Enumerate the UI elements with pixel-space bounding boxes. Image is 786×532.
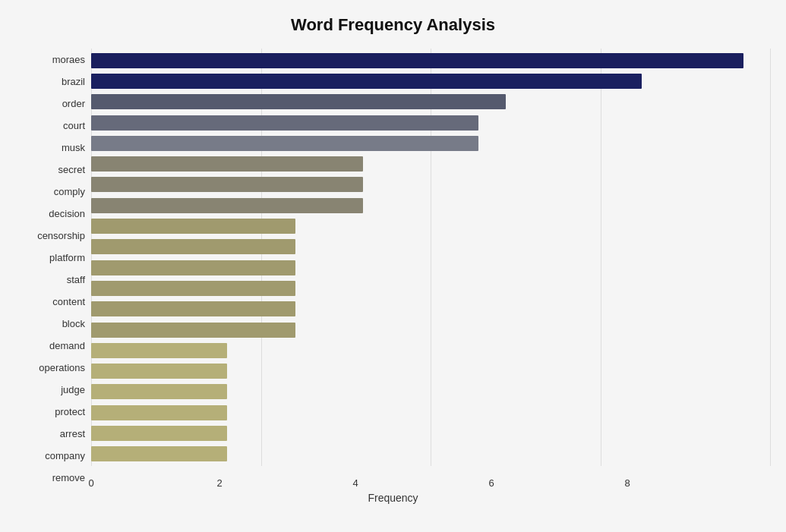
bar [91, 156, 363, 172]
chart-container: Word Frequency Analysis moraesbrazilorde… [0, 0, 786, 532]
bar [91, 260, 295, 275]
y-label: decision [15, 209, 85, 219]
y-label: comply [15, 187, 85, 197]
y-label: demand [15, 341, 85, 351]
y-label: brazil [15, 77, 85, 87]
bar [91, 198, 363, 213]
bars-wrapper [91, 49, 771, 466]
bar [91, 115, 478, 131]
y-label: arrest [15, 429, 85, 439]
bar [91, 136, 478, 151]
plot-area: 02468 [91, 49, 771, 489]
bar-row [91, 320, 771, 340]
x-tick-label: 4 [348, 477, 363, 489]
bar [91, 239, 295, 254]
bar-row [91, 403, 771, 423]
y-label: censorship [15, 231, 85, 241]
chart-title: Word Frequency Analysis [15, 15, 771, 35]
bar [91, 301, 295, 316]
y-label: operations [15, 363, 85, 373]
y-label: judge [15, 385, 85, 395]
y-label: order [15, 99, 85, 109]
bar [91, 177, 363, 192]
bar-row [91, 175, 771, 194]
bar-row [91, 279, 771, 298]
bar-row [91, 423, 771, 443]
bar [91, 323, 295, 338]
bar [91, 281, 295, 296]
y-label: staff [15, 275, 85, 285]
x-tick-label: 0 [84, 477, 99, 489]
bar-row [91, 51, 771, 71]
bar-row [91, 299, 771, 319]
y-label: company [15, 451, 85, 461]
y-axis-labels: moraesbrazilordercourtmusksecretcomplyde… [15, 49, 91, 489]
bar [91, 74, 642, 89]
bar [91, 94, 506, 109]
x-tick-label: 8 [620, 477, 635, 489]
bar-row [91, 361, 771, 381]
bar [91, 53, 743, 68]
bar [91, 405, 227, 420]
bar-row [91, 216, 771, 236]
x-axis-labels: 02468 [91, 466, 771, 489]
y-label: platform [15, 253, 85, 263]
chart-area: moraesbrazilordercourtmusksecretcomplyde… [15, 49, 771, 489]
bar-row [91, 382, 771, 401]
x-tick-label: 2 [212, 477, 227, 489]
bar-row [91, 258, 771, 278]
y-label: secret [15, 165, 85, 175]
bar [91, 426, 227, 441]
bar-row [91, 134, 771, 153]
x-axis-title: Frequency [15, 492, 771, 504]
y-label: moraes [15, 55, 85, 65]
bar [91, 219, 295, 234]
bar-row [91, 196, 771, 216]
bar [91, 446, 227, 461]
y-label: content [15, 297, 85, 307]
x-tick-label: 6 [484, 477, 499, 489]
bar [91, 343, 227, 358]
bar [91, 364, 227, 379]
bar-row [91, 71, 771, 91]
bar-row [91, 154, 771, 174]
y-label: musk [15, 143, 85, 153]
y-label: remove [15, 473, 85, 483]
bar-row [91, 113, 771, 133]
bar [91, 384, 227, 399]
y-label: protect [15, 407, 85, 417]
bar-row [91, 444, 771, 464]
y-label: block [15, 319, 85, 329]
y-label: court [15, 121, 85, 131]
bar-row [91, 92, 771, 112]
bar-row [91, 237, 771, 257]
bar-row [91, 341, 771, 360]
